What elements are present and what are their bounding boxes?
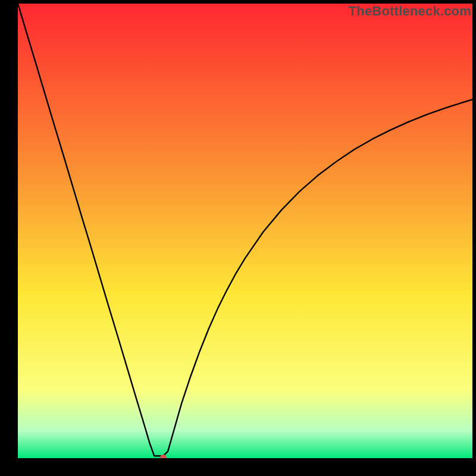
chart-frame: TheBottleneck.com [0,0,476,476]
bottleneck-chart [18,4,472,458]
watermark-text: TheBottleneck.com [349,4,471,19]
